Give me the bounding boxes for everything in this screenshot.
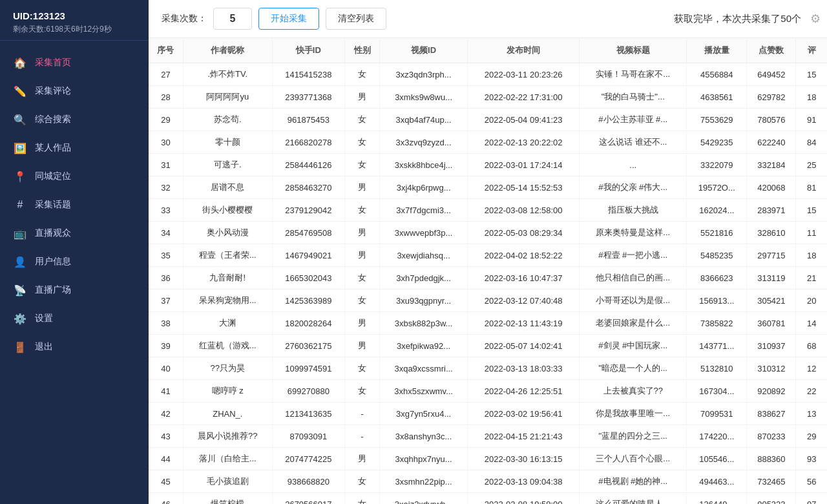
table-cell: 29 [796,425,827,448]
table-cell: 2670566017 [272,493,344,505]
table-cell: 女 [345,154,380,176]
table-cell: 指压板大挑战 [580,199,687,222]
table-cell: 136449... [687,493,747,505]
settings-icon: ⚙️ [13,311,27,326]
sidebar: UID:123123 剩余天数:6198天6时12分9秒 🏠 采集首页 ✏️ 采… [0,0,149,504]
table-cell: 838627 [747,403,796,425]
table-header: 序号作者昵称快手ID性别视频ID发布时间视频标题播放量点赞数评 [149,38,827,63]
table-cell: 嗯哼哼 z [183,380,272,403]
table-cell: 1467949021 [272,244,344,267]
table-row: 40??只为昊1099974591女3xqa9xcssmri...2022-03… [149,357,827,380]
table-cell: 2760362175 [272,335,344,357]
table-cell: 苏念苟. [183,109,272,131]
table-cell: 30 [149,131,183,154]
table-cell: 3xmks9w8wu... [380,86,468,109]
user-uid: UID:123123 [13,10,136,21]
table-cell: 2393771368 [272,86,344,109]
table-cell: 2584446126 [272,154,344,176]
sidebar-item-works[interactable]: 🖼️ 某人作品 [0,134,149,162]
status-text: 获取完毕，本次共采集了50个 [674,13,801,25]
table-cell: 3322079 [687,154,747,176]
table-cell: 九音耐耐! [183,267,272,289]
table-cell: 2022-04-26 12:25:51 [468,380,580,403]
table-cell: 2022-03-16 10:47:37 [468,267,580,289]
sidebar-label-logout: 退出 [35,341,53,353]
table-cell: 落川（白给主... [183,448,272,470]
table-cell: 305421 [747,289,796,312]
table-cell: 7553629 [687,109,747,131]
table-cell: 46 [149,493,183,505]
table-cell: 女 [345,493,380,505]
clear-list-button[interactable]: 清空列表 [326,8,386,30]
table-col-header: 序号 [149,38,183,63]
table-cell: 888360 [747,448,796,470]
table-cell: 328610 [747,222,796,244]
table-cell: 20 [796,289,827,312]
table-cell: 19572O... [687,176,747,199]
sidebar-item-live2[interactable]: 📡 直播广场 [0,276,149,304]
collect-count-input[interactable] [213,8,252,30]
table-cell: 3xu93qgpnyr... [380,289,468,312]
table-cell: 732465 [747,470,796,493]
table-cell: 87093091 [272,425,344,448]
table-cell: 2022-05-07 14:02:41 [468,335,580,357]
table-row: 28阿阿阿阿yu2393771368男3xmks9w8wu...2022-02-… [149,86,827,109]
table-cell: 905323 [747,493,796,505]
sidebar-item-logout[interactable]: 🚪 退出 [0,333,149,361]
table-col-header: 视频ID [380,38,468,63]
settings-icon[interactable]: ⚙ [810,12,821,26]
table-cell: #程壹 #一把小逃... [580,244,687,267]
table-cell: 5521816 [687,222,747,244]
table-cell: 2022-03-11 20:23:26 [468,63,580,86]
live2-icon: 📡 [13,283,27,297]
table-cell: 43 [149,425,183,448]
table-cell: 297715 [747,244,796,267]
sidebar-item-home[interactable]: 🏠 采集首页 [0,48,149,77]
table-cell: 街头小樱樱樱 [183,199,272,222]
topic-icon: # [13,198,27,212]
table-col-header: 点赞数 [747,38,796,63]
table-cell: 2022-05-14 15:52:53 [468,176,580,199]
sidebar-item-location[interactable]: 📍 同城定位 [0,162,149,191]
sidebar-item-live[interactable]: 📺 直播观众 [0,219,149,247]
table-cell: 女 [345,131,380,154]
table-cell: 870233 [747,425,796,448]
table-cell: 女 [345,109,380,131]
table-cell: 39 [149,335,183,357]
table-cell: 零十颜 [183,131,272,154]
start-collect-button[interactable]: 开始采集 [258,8,319,30]
sidebar-item-user[interactable]: 👤 用户信息 [0,247,149,276]
toolbar-left: 采集次数： 开始采集 清空列表 [162,8,386,30]
table-cell: 40 [149,357,183,380]
table-cell: 162024... [687,199,747,222]
table-cell: 622240 [747,131,796,154]
table-cell: 这么说话 谁还不... [580,131,687,154]
table-cell: 37 [149,289,183,312]
table-cell: 2022-03-12 07:40:48 [468,289,580,312]
table-cell: 4556884 [687,63,747,86]
table-cell: ... [580,154,687,176]
table-cell: 2022-02-08 19:59:00 [468,493,580,505]
table-cell: 2022-04-15 21:21:43 [468,425,580,448]
table-cell: 这么可爱的嗑星人... [580,493,687,505]
table-cell: 313119 [747,267,796,289]
table-cell: 男 [345,335,380,357]
table-row: 46爆笑柠檬2670566017女3xajz2xdyrwh...2022-02-… [149,493,827,505]
location-icon: 📍 [13,169,27,184]
table-cell: 2022-03-01 17:24:14 [468,154,580,176]
toolbar: 采集次数： 开始采集 清空列表 获取完毕，本次共采集了50个 ⚙ [149,0,827,38]
table-cell: ZHAN_. [183,403,272,425]
sidebar-item-comments[interactable]: ✏️ 采集评论 [0,77,149,105]
table-cell: 3xqa9xcssmri... [380,357,468,380]
sidebar-item-search[interactable]: 🔍 综合搜索 [0,105,149,134]
table-cell: 原来奥特曼是这样... [580,222,687,244]
table-row: 27.炸不炸TV.1415415238女3xz3qdn3rph...2022-0… [149,63,827,86]
table-cell: 女 [345,63,380,86]
table-cell: 105546... [687,448,747,470]
table-cell: 2074774225 [272,448,344,470]
table-cell: 3x7f7dgcmi3... [380,199,468,222]
sidebar-item-settings[interactable]: ⚙️ 设置 [0,304,149,333]
sidebar-item-topic[interactable]: # 采集话题 [0,191,149,219]
table-cell: 44 [149,448,183,470]
table-cell: 3xh7pdedgjk... [380,267,468,289]
